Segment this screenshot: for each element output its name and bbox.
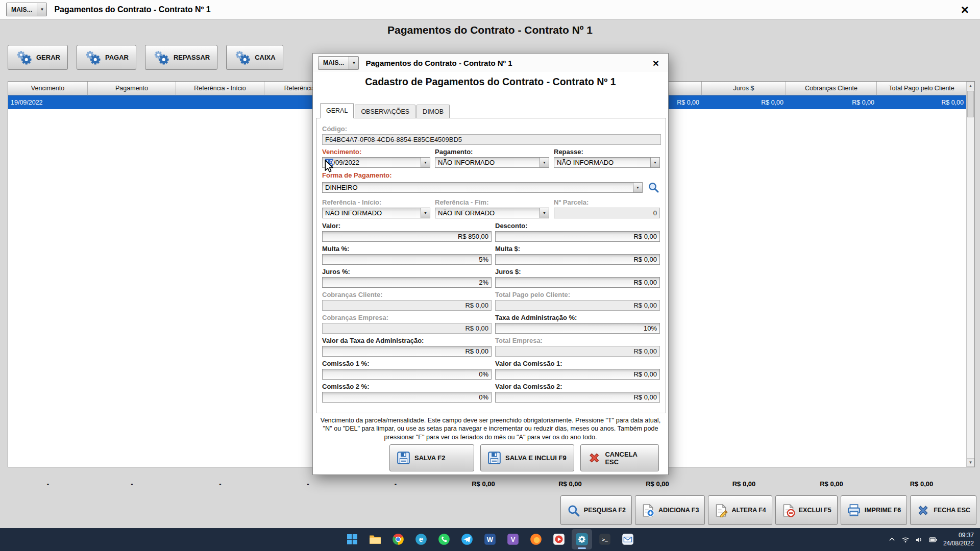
totals-cell: -: [264, 478, 352, 489]
comissao1-pct-field[interactable]: 0%: [322, 369, 492, 380]
grid-col-referencia-inicio[interactable]: Referência - Início: [176, 82, 264, 95]
action-bar: PESQUISA F2 ADICIONA F3 ALTERA F4: [560, 495, 976, 525]
forma-pagamento-search-button[interactable]: [647, 181, 660, 194]
window-close-button[interactable]: ×: [961, 3, 969, 16]
caixa-button[interactable]: CAIXA: [226, 45, 283, 70]
imprime-button[interactable]: IMPRIME F6: [841, 495, 908, 525]
hidden-icons-chevron-icon[interactable]: [888, 536, 896, 543]
altera-button[interactable]: ALTERA F4: [708, 495, 772, 525]
desconto-field[interactable]: R$ 0,00: [495, 231, 660, 242]
cobrancas-empresa-label: Cobranças Empresa:: [322, 314, 492, 321]
chevron-down-icon[interactable]: ▼: [650, 158, 659, 167]
repassar-button[interactable]: REPASSAR: [145, 45, 217, 70]
scroll-up-icon[interactable]: ▲: [967, 82, 974, 90]
taskbar-app-media[interactable]: [549, 529, 569, 549]
wifi-icon[interactable]: [901, 536, 910, 544]
repasse-field[interactable]: NÃO INFORMADO ▼: [554, 157, 660, 168]
totals-cell: R$ 0,00: [786, 478, 877, 489]
chevron-down-icon[interactable]: ▼: [540, 158, 549, 167]
dialog-mais-label[interactable]: MAIS...: [318, 57, 349, 69]
comissao1-val-field[interactable]: R$ 0,00: [495, 369, 660, 380]
taskbar-app-purple[interactable]: V: [503, 529, 523, 549]
gerar-button[interactable]: GERAR: [8, 45, 68, 70]
forma-pagamento-field[interactable]: DINHEIRO ▼: [322, 182, 643, 193]
dialog-titlebar[interactable]: MAIS... ▼ Pagamentos do Contrato - Contr…: [313, 54, 668, 72]
taskbar-app-word[interactable]: W: [480, 529, 500, 549]
dialog-mais-menu-button[interactable]: MAIS... ▼: [318, 56, 359, 70]
forma-pagamento-label: Forma de Pagamento:: [322, 171, 660, 179]
taskbar-app-edge[interactable]: e: [411, 529, 431, 549]
desconto-label: Desconto:: [495, 222, 660, 230]
tab-observacoes[interactable]: OBSERVAÇÕES: [355, 105, 415, 118]
multa-val-label: Multa $:: [495, 245, 660, 253]
dialog-close-button[interactable]: ×: [653, 58, 659, 68]
cell-total-pago[interactable]: R$ 0,00: [877, 95, 966, 109]
scrollbar-thumb[interactable]: [967, 91, 974, 117]
chevron-down-icon[interactable]: ▼: [37, 3, 46, 16]
chevron-down-icon[interactable]: ▼: [633, 183, 642, 192]
totals-cell: -: [176, 478, 264, 489]
juros-pct-field[interactable]: 2%: [322, 277, 492, 288]
grid-col-total-pago[interactable]: Total Pago pelo Cliente: [877, 82, 966, 95]
cell-empty[interactable]: [176, 95, 264, 109]
grid-col-cobrancas-cliente[interactable]: Cobranças Cliente: [786, 82, 877, 95]
vencimento-field[interactable]: 19/09/2022 ▼: [322, 157, 430, 168]
cobrancas-empresa-field: R$ 0,00: [322, 323, 492, 334]
cell-cobrancas-cliente[interactable]: R$ 0,00: [786, 95, 877, 109]
volume-icon[interactable]: [915, 536, 923, 544]
chevron-down-icon[interactable]: ▼: [421, 158, 430, 167]
comissao1-val-label: Valor da Comissão 1:: [495, 360, 660, 367]
repasse-value: NÃO INFORMADO: [557, 159, 614, 166]
tab-dimob[interactable]: DIMOB: [416, 105, 450, 118]
salva-button[interactable]: SALVA F2: [389, 444, 474, 471]
tab-geral[interactable]: GERAL: [320, 103, 354, 118]
taskbar-app-terminal[interactable]: >_: [595, 529, 615, 549]
juros-val-field[interactable]: R$ 0,00: [495, 277, 660, 288]
adiciona-button[interactable]: ADICIONA F3: [635, 495, 705, 525]
scroll-down-icon[interactable]: ▼: [967, 458, 974, 467]
pagamento-field[interactable]: NÃO INFORMADO ▼: [435, 157, 549, 168]
valor-taxa-field[interactable]: R$ 0,00: [322, 346, 492, 357]
battery-icon[interactable]: [929, 536, 938, 544]
taskbar-clock[interactable]: 09:37 24/08/2022: [943, 532, 974, 547]
mais-menu-button[interactable]: MAIS... ▼: [6, 3, 47, 16]
fecha-button[interactable]: FECHA ESC: [910, 495, 976, 525]
taskbar-app-file-explorer[interactable]: [365, 529, 385, 549]
taskbar-app-contracts-active[interactable]: [572, 529, 592, 549]
comissao2-val-field[interactable]: R$ 0,00: [495, 392, 660, 403]
taskbar-app-chrome[interactable]: [388, 529, 408, 549]
mouse-cursor: [324, 160, 337, 173]
codigo-label: Código:: [322, 125, 660, 133]
taskbar-app-firefox[interactable]: [526, 529, 546, 549]
imprime-label: IMPRIME F6: [865, 507, 901, 514]
svg-text:W: W: [487, 536, 494, 543]
taxa-adm-field[interactable]: 10%: [495, 323, 660, 334]
exclui-button[interactable]: EXCLUI F5: [775, 495, 838, 525]
multa-val-field[interactable]: R$ 0,00: [495, 254, 660, 265]
valor-taxa-label: Valor da Taxa de Administração:: [322, 337, 492, 344]
cancela-label: CANCELA ESC: [605, 450, 652, 466]
cell-juros[interactable]: R$ 0,00: [702, 95, 786, 109]
cell-vencimento[interactable]: 19/09/2022: [8, 95, 88, 109]
svg-text:>_: >_: [602, 537, 608, 543]
taxa-adm-label: Taxa de Administração %:: [495, 314, 660, 321]
valor-field[interactable]: R$ 850,00: [322, 231, 492, 242]
salva-inclui-button[interactable]: SALVA E INCLUI F9: [480, 444, 574, 471]
cancela-button[interactable]: CANCELA ESC: [580, 444, 659, 471]
grid-col-vencimento[interactable]: Vencimento: [8, 82, 88, 95]
taskbar-start-button[interactable]: [342, 529, 362, 549]
taskbar-app-telegram[interactable]: [457, 529, 477, 549]
comissao2-pct-field[interactable]: 0%: [322, 392, 492, 403]
chevron-down-icon[interactable]: ▼: [349, 57, 358, 69]
grid-col-pagamento[interactable]: Pagamento: [88, 82, 176, 95]
pesquisa-button[interactable]: PESQUISA F2: [560, 495, 632, 525]
pagar-button[interactable]: PAGAR: [77, 45, 136, 70]
multa-pct-field[interactable]: 5%: [322, 254, 492, 265]
mais-menu-label[interactable]: MAIS...: [7, 3, 37, 16]
taskbar-app-whatsapp[interactable]: [434, 529, 454, 549]
grid-col-juros[interactable]: Juros $: [702, 82, 786, 95]
edit-icon: [714, 504, 728, 517]
taskbar-app-mail[interactable]: [618, 529, 638, 549]
cell-empty[interactable]: [88, 95, 176, 109]
vertical-scrollbar[interactable]: ▲ ▼: [966, 82, 974, 467]
